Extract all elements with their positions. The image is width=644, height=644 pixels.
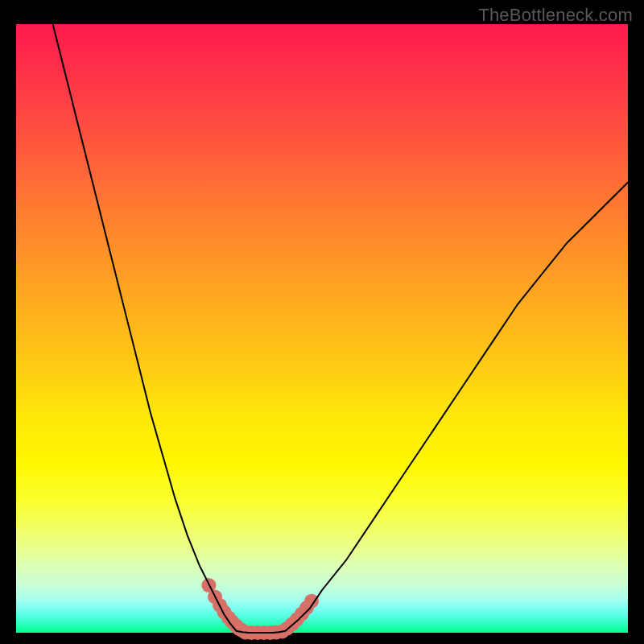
chart-svg xyxy=(16,24,628,633)
marker-layer xyxy=(201,578,319,640)
attribution-label: TheBottleneck.com xyxy=(478,5,633,26)
chart-container: TheBottleneck.com xyxy=(0,0,644,644)
line-layer xyxy=(53,24,628,633)
plot-area xyxy=(16,24,628,633)
bottleneck-curve xyxy=(53,24,628,633)
